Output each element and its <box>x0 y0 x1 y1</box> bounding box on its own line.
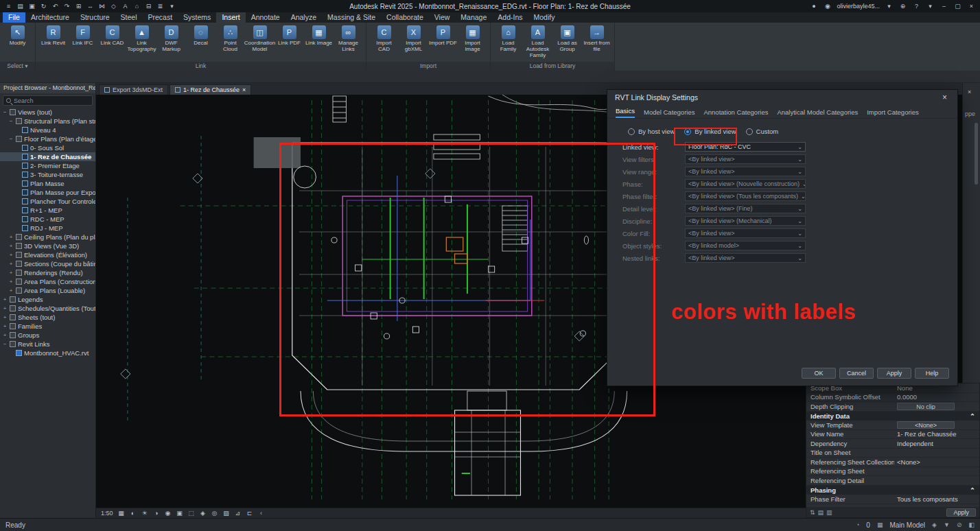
property-value[interactable]: <None> <box>897 421 955 429</box>
view-tab[interactable]: Export 3dsMD-Ext <box>99 84 168 95</box>
background-processes-icon[interactable]: ◔ <box>856 521 859 528</box>
ribbon-tab-modify[interactable]: Modify <box>528 12 561 23</box>
tree-expand-toggle[interactable]: + <box>8 279 14 285</box>
tree-expand-toggle[interactable]: + <box>8 287 14 294</box>
link-revit-button[interactable]: RLink Revit <box>39 25 67 47</box>
tree-expand-toggle[interactable]: + <box>2 296 8 303</box>
point-cloud-button[interactable]: ∴Point Cloud <box>216 25 244 53</box>
import-cad-button[interactable]: CImport CAD <box>370 25 398 53</box>
tree-item[interactable]: +Ceiling Plans (Plan du plafond <box>0 233 95 241</box>
group-properties-icon[interactable]: ▤ <box>818 509 824 516</box>
ribbon-tab-analyze[interactable]: Analyze <box>285 12 322 23</box>
redo-icon[interactable]: ↷ <box>62 3 71 10</box>
ribbon-tab-view[interactable]: View <box>429 12 456 23</box>
tree-item[interactable]: Plan Masse <box>0 179 95 188</box>
dialog-tab-model-categories[interactable]: Model Categories <box>644 108 695 118</box>
property-value[interactable]: Tous les composants <box>894 495 979 503</box>
tree-item[interactable]: +Area Plans (Louable) <box>0 286 95 295</box>
maximize-icon[interactable]: ▢ <box>953 3 962 10</box>
tree-item[interactable]: RDJ - MEP <box>0 224 95 233</box>
save-icon[interactable]: ▣ <box>27 3 36 10</box>
apply-button[interactable]: Apply <box>877 368 911 379</box>
properties-section-header[interactable]: Identity Data⌃ <box>806 412 979 421</box>
tree-item[interactable]: +Families <box>0 322 95 331</box>
dwf-markup-button[interactable]: DDWF Markup <box>157 25 185 53</box>
collapse-icon[interactable]: ⌃ <box>970 486 975 494</box>
crop-region-icon[interactable]: ⬚ <box>187 510 196 517</box>
tree-expand-toggle[interactable]: + <box>8 261 14 267</box>
link-ifc-button[interactable]: FLink IFC <box>69 25 97 47</box>
view-tab[interactable]: 1- Rez de Chaussée× <box>170 84 251 95</box>
coordination-model-button[interactable]: ◫Coordination Model <box>246 25 274 53</box>
render-icon[interactable]: ◉ <box>164 510 172 517</box>
property-value[interactable]: <None> <box>894 458 979 466</box>
decal-button[interactable]: ◌Decal <box>187 25 215 47</box>
manage-links-button[interactable]: ∞Manage Links <box>334 25 362 53</box>
tree-item[interactable]: 0- Sous Sol <box>0 143 95 152</box>
help-button[interactable]: Help <box>915 368 949 379</box>
link-pdf-button[interactable]: PLink PDF <box>275 25 303 47</box>
tree-item[interactable]: +Legends <box>0 295 95 304</box>
search-input[interactable]: Search <box>3 95 93 106</box>
dialog-close-icon[interactable]: × <box>940 93 950 102</box>
tree-item[interactable]: +Elevations (Élévation) <box>0 250 95 259</box>
undo-icon[interactable]: ↶ <box>51 3 60 10</box>
filter-icon[interactable]: ▼ <box>944 521 950 528</box>
ribbon-tab-systems[interactable]: Systems <box>178 12 216 23</box>
properties-section-header[interactable]: Phasing⌃ <box>806 486 979 495</box>
dialog-tab-import-categories[interactable]: Import Categories <box>867 108 919 118</box>
load-autodesk-family-button[interactable]: ALoad Autodesk Family <box>524 25 552 58</box>
palette-scrollbar[interactable] <box>975 123 978 185</box>
crop-view-icon[interactable]: ▣ <box>176 510 184 517</box>
tree-item[interactable]: +Groups <box>0 331 95 340</box>
tree-expand-toggle[interactable]: + <box>8 243 14 249</box>
collapse-bar-icon[interactable]: ‹ <box>257 510 266 517</box>
tree-item[interactable]: 2- Premier Etage <box>0 161 95 170</box>
minimize-icon[interactable]: – <box>940 3 948 10</box>
tree-item[interactable]: −Floor Plans (Plan d'étage) <box>0 134 95 143</box>
tree-item[interactable]: −Structural Plans (Plan structure <box>0 117 95 126</box>
worksharing-icon[interactable]: ◈ <box>932 521 937 528</box>
dialog-tab-annotation-categories[interactable]: Annotation Categories <box>703 108 768 118</box>
print-icon[interactable]: ⊞ <box>74 3 83 10</box>
account-caret-icon[interactable]: ▾ <box>885 3 894 10</box>
ribbon-tab-manage[interactable]: Manage <box>455 12 492 23</box>
dialog-tab-basics[interactable]: Basics <box>616 107 635 118</box>
tree-expand-toggle[interactable]: + <box>2 314 8 320</box>
property-value[interactable]: Independent <box>894 440 979 447</box>
account-name[interactable]: olivierbayle45... <box>837 3 880 10</box>
property-value[interactable]: No clip <box>897 403 955 410</box>
view-tab-close-icon[interactable]: × <box>242 86 246 93</box>
shadows-icon[interactable]: ◑ <box>152 510 161 517</box>
detail-level-icon[interactable]: ▦ <box>117 510 126 517</box>
ribbon-tab-architecture[interactable]: Architecture <box>25 12 75 23</box>
user-icon[interactable]: ◉ <box>823 3 832 10</box>
property-value[interactable]: 1- Rez de Chaussée <box>894 430 979 438</box>
tree-item[interactable]: +3D Views (Vue 3D) <box>0 241 95 250</box>
aligned-dimension-icon[interactable]: ⋈ <box>97 3 106 10</box>
select-group-label[interactable]: Select ▾ <box>0 62 35 71</box>
notification-icon[interactable]: ● <box>809 3 818 10</box>
customize-qat-icon[interactable]: ▾ <box>167 3 176 10</box>
tree-expand-toggle[interactable]: + <box>8 270 14 276</box>
tree-item[interactable]: +Area Plans (Construction brute <box>0 277 95 286</box>
link-cad-button[interactable]: CLink CAD <box>98 25 126 47</box>
tree-item[interactable]: +Schedules/Quantities (Tout) <box>0 304 95 313</box>
reveal-hidden-icon[interactable]: ◎ <box>211 510 219 517</box>
sync-icon[interactable]: ↻ <box>39 3 48 10</box>
tree-item[interactable]: R+1 - MEP <box>0 206 95 215</box>
tree-expand-toggle[interactable]: − <box>8 136 14 142</box>
import-gbxml-button[interactable]: XImport gbXML <box>399 25 428 53</box>
visual-style-icon[interactable]: ◐ <box>129 510 137 517</box>
properties-apply-button[interactable]: Apply <box>946 508 976 517</box>
radio-custom[interactable]: Custom <box>746 128 779 135</box>
tree-item[interactable]: Plan Masse pour Export <box>0 188 95 197</box>
ribbon-tab-annotate[interactable]: Annotate <box>246 12 285 23</box>
help-icon[interactable]: ? <box>912 3 921 10</box>
tree-item[interactable]: +Sheets (tout) <box>0 313 95 322</box>
sort-az-icon[interactable]: ⇅ <box>810 509 815 516</box>
open-icon[interactable]: ▤ <box>16 3 25 10</box>
cancel-button[interactable]: Cancel <box>839 368 874 379</box>
cart-icon[interactable]: ⊕ <box>898 3 907 10</box>
tree-expand-toggle[interactable]: − <box>2 341 8 347</box>
